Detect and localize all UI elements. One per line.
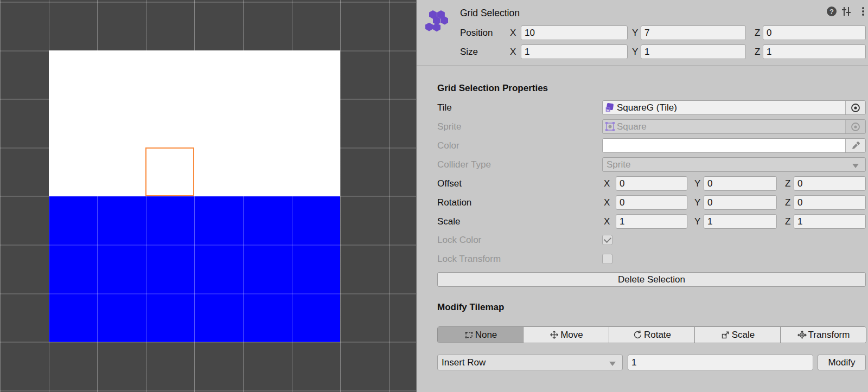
- tool-rotate-label: Rotate: [644, 330, 671, 340]
- size-x-input[interactable]: [521, 44, 628, 59]
- tool-none-button[interactable]: None: [438, 327, 524, 343]
- lock-transform-row: Lock Transform: [417, 252, 868, 266]
- offset-y-input[interactable]: [704, 176, 777, 191]
- scale-z-input[interactable]: [794, 214, 866, 229]
- axis-x-label: X: [604, 216, 610, 227]
- collider-type-dropdown: Sprite: [602, 157, 866, 172]
- tile-object-picker-icon[interactable]: [845, 101, 865, 114]
- color-swatch: [603, 139, 845, 152]
- axis-z-label: Z: [785, 178, 790, 189]
- tile-label: Tile: [437, 102, 452, 113]
- grid-selection-outline: [145, 147, 194, 196]
- delete-selection-button[interactable]: Delete Selection: [437, 272, 866, 287]
- modify-operation-value: Insert Row: [442, 357, 622, 368]
- modify-tool-toolbar: None Move R: [437, 326, 866, 343]
- scale-y-input[interactable]: [704, 214, 777, 229]
- svg-text:?: ?: [829, 8, 834, 16]
- tool-scale-button[interactable]: Scale: [695, 327, 781, 343]
- sprite-object-field: Square: [602, 119, 866, 134]
- properties-header-row: Grid Selection Properties: [417, 81, 868, 95]
- modify-tilemap-header: Modify Tilemap: [437, 302, 504, 313]
- tile-object-field[interactable]: SquareG (Tile): [602, 100, 866, 115]
- size-y-input[interactable]: [641, 44, 746, 59]
- sprite-object-value: Square: [617, 121, 845, 132]
- tile-row: Tile SquareG (Tile): [417, 100, 868, 115]
- modify-tilemap-header-row: Modify Tilemap: [417, 300, 868, 314]
- axis-x-label: X: [510, 47, 516, 57]
- position-x-input[interactable]: [521, 25, 628, 40]
- rotation-y-input[interactable]: [704, 195, 777, 210]
- lock-color-checkbox: [602, 235, 612, 245]
- tool-transform-button[interactable]: Transform: [781, 327, 866, 343]
- axis-x-label: X: [604, 197, 610, 208]
- rotation-label: Rotation: [437, 197, 471, 208]
- sprite-asset-icon: [605, 121, 615, 132]
- scale-x-input[interactable]: [616, 214, 687, 229]
- tilemap-blue-region[interactable]: [49, 196, 341, 342]
- collider-type-value: Sprite: [607, 159, 865, 170]
- offset-z-input[interactable]: [794, 176, 866, 191]
- scale-icon: [720, 330, 731, 340]
- scale-row: Scale X Y Z: [417, 214, 868, 229]
- axis-z-label: Z: [785, 216, 790, 227]
- more-icon[interactable]: [857, 5, 868, 17]
- eyedropper-icon: [845, 139, 865, 152]
- tool-transform-label: Transform: [808, 330, 850, 340]
- modify-action-row: Insert Row Modify: [417, 355, 868, 370]
- modify-count-input[interactable]: [628, 355, 813, 370]
- collider-type-row: Collider Type Sprite: [417, 157, 868, 172]
- lock-transform-checkbox: [602, 254, 612, 264]
- inspector-panel: Grid Selection ? Position X Y: [416, 0, 868, 392]
- rotation-z-input[interactable]: [794, 195, 866, 210]
- chevron-down-icon: [852, 164, 859, 168]
- tile-object-value: SquareG (Tile): [617, 102, 845, 113]
- axis-y-label: Y: [694, 216, 700, 227]
- axis-z-label: Z: [755, 28, 760, 38]
- axis-y-label: Y: [694, 197, 700, 208]
- properties-header: Grid Selection Properties: [437, 83, 548, 94]
- rotate-icon: [633, 330, 643, 340]
- axis-y-label: Y: [632, 47, 638, 57]
- axis-z-label: Z: [755, 47, 760, 57]
- scene-view[interactable]: [0, 0, 416, 392]
- axis-y-label: Y: [694, 178, 700, 189]
- lock-transform-label: Lock Transform: [437, 254, 501, 265]
- tile-asset-icon: [605, 102, 615, 113]
- size-label: Size: [460, 47, 478, 57]
- move-icon: [549, 330, 559, 340]
- sprite-object-picker-icon: [845, 120, 865, 133]
- header-divider: [417, 66, 868, 66]
- chevron-down-icon: [609, 362, 616, 366]
- size-z-input[interactable]: [763, 44, 866, 59]
- sprite-row: Sprite Square: [417, 119, 868, 134]
- help-icon[interactable]: ?: [826, 5, 838, 17]
- tool-move-button[interactable]: Move: [524, 327, 609, 343]
- tool-move-label: Move: [560, 330, 583, 340]
- size-row: Size X Y Z: [417, 44, 868, 59]
- position-y-input[interactable]: [641, 25, 746, 40]
- tool-scale-label: Scale: [732, 330, 755, 340]
- modify-operation-dropdown[interactable]: Insert Row: [437, 355, 623, 370]
- lock-color-label: Lock Color: [437, 235, 481, 246]
- rotation-x-input[interactable]: [616, 195, 687, 210]
- unity-editor: Grid Selection ? Position X Y: [0, 0, 868, 392]
- color-row: Color: [417, 138, 868, 153]
- position-label: Position: [460, 28, 493, 38]
- transform-icon: [797, 330, 807, 340]
- presets-icon[interactable]: [840, 5, 852, 17]
- color-label: Color: [437, 140, 459, 151]
- tool-rotate-button[interactable]: Rotate: [609, 327, 695, 343]
- tilemap-white-region[interactable]: [49, 50, 341, 196]
- scale-label: Scale: [437, 216, 461, 227]
- lock-color-row: Lock Color: [417, 233, 868, 247]
- axis-y-label: Y: [632, 28, 638, 38]
- position-z-input[interactable]: [763, 25, 866, 40]
- offset-label: Offset: [437, 178, 462, 189]
- color-field: [602, 138, 866, 153]
- axis-x-label: X: [510, 28, 516, 38]
- modify-button[interactable]: Modify: [818, 355, 866, 370]
- offset-x-input[interactable]: [616, 176, 687, 191]
- sprite-label: Sprite: [437, 121, 461, 132]
- tool-none-label: None: [475, 330, 497, 340]
- axis-x-label: X: [604, 178, 610, 189]
